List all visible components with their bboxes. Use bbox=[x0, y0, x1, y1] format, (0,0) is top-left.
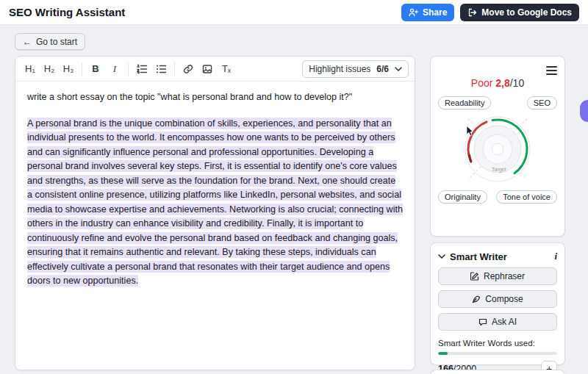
page-title: SEO Writing Assistant bbox=[9, 6, 125, 18]
target-label: Target bbox=[492, 167, 506, 173]
score-rating-label: Poor bbox=[471, 77, 493, 89]
move-to-google-docs-label: Move to Google Docs bbox=[481, 7, 572, 18]
compose-label: Compose bbox=[485, 294, 523, 304]
overall-score: Poor 2,8/10 bbox=[438, 77, 557, 89]
clear-formatting-button[interactable]: Tₓ bbox=[218, 60, 235, 78]
heading2-button[interactable]: H₂ bbox=[40, 60, 58, 78]
highlighted-essay-text: A personal brand is the unique combinati… bbox=[27, 118, 403, 287]
score-value: 2,8 bbox=[495, 77, 509, 89]
highlight-issues-label: Highlight issues bbox=[309, 64, 370, 74]
smart-writer-title: Smart Writer bbox=[450, 251, 507, 262]
highlight-issues-dropdown[interactable]: Highlight issues 6/6 bbox=[302, 60, 409, 78]
compose-button[interactable]: Compose bbox=[438, 290, 557, 308]
ask-ai-button[interactable]: Ask AI bbox=[438, 313, 557, 331]
export-arrow-icon bbox=[467, 8, 477, 17]
go-to-start-button[interactable]: ← Go to start bbox=[15, 33, 85, 50]
words-used-progress-fill bbox=[438, 352, 448, 355]
chat-bubble-icon bbox=[478, 317, 487, 326]
essay-paragraph: A personal brand is the unique combinati… bbox=[27, 117, 403, 289]
highlight-issues-count: 6/6 bbox=[376, 64, 389, 74]
share-button[interactable]: Share bbox=[401, 4, 454, 21]
sidebar-collapse-handle[interactable] bbox=[580, 100, 588, 122]
ordered-list-icon bbox=[137, 64, 148, 74]
compose-pen-icon bbox=[472, 295, 481, 303]
share-button-label: Share bbox=[423, 7, 447, 18]
toolbar-separator bbox=[128, 62, 129, 76]
mouse-cursor-icon bbox=[466, 126, 475, 140]
go-to-start-label: Go to start bbox=[36, 37, 77, 47]
link-icon bbox=[183, 64, 193, 74]
ordered-list-button[interactable] bbox=[133, 60, 151, 78]
editor-toolbar: H₁ H₂ H₃ B I bbox=[15, 57, 415, 82]
bullet-list-button[interactable] bbox=[152, 60, 170, 78]
app-header: SEO Writing Assistant Share Move to Goog… bbox=[0, 0, 588, 25]
hamburger-menu-icon[interactable] bbox=[546, 64, 557, 77]
toolbar-separator bbox=[82, 62, 82, 76]
score-radar-chart: Target bbox=[438, 107, 557, 193]
smart-writer-header[interactable]: Smart Writer i bbox=[438, 251, 557, 262]
words-used-progress-bar bbox=[438, 352, 557, 355]
bold-button[interactable]: B bbox=[87, 60, 104, 78]
move-to-google-docs-button[interactable]: Move to Google Docs bbox=[460, 4, 579, 21]
editor-text-area[interactable]: write a short essay on the topic "what i… bbox=[15, 82, 415, 298]
image-button[interactable] bbox=[198, 60, 216, 78]
chevron-down-icon bbox=[395, 67, 402, 71]
score-max: /10 bbox=[510, 77, 524, 89]
chevron-down-icon bbox=[438, 254, 445, 259]
info-icon[interactable]: i bbox=[554, 251, 557, 262]
editor-prompt-paragraph: write a short essay on the topic "what i… bbox=[27, 90, 403, 105]
bullet-list-icon bbox=[156, 64, 167, 74]
words-used-label: Smart Writer Words used: bbox=[438, 339, 557, 348]
heading1-button[interactable]: H₁ bbox=[21, 60, 39, 78]
heading3-button[interactable]: H₃ bbox=[60, 60, 77, 78]
back-arrow-icon: ← bbox=[23, 37, 32, 47]
share-user-plus-icon bbox=[409, 8, 418, 17]
rephraser-button[interactable]: Rephraser bbox=[438, 267, 557, 285]
next-panel-sliver bbox=[430, 370, 565, 374]
ask-ai-label: Ask AI bbox=[492, 317, 517, 327]
editor-panel: H₁ H₂ H₃ B I bbox=[15, 56, 415, 370]
smart-writer-panel: Smart Writer i Rephraser Compose Ask AI … bbox=[430, 242, 565, 365]
toolbar-separator bbox=[174, 62, 175, 76]
rephraser-label: Rephraser bbox=[484, 271, 525, 281]
header-actions: Share Move to Google Docs bbox=[401, 4, 579, 21]
italic-button[interactable]: I bbox=[106, 60, 123, 78]
link-button[interactable] bbox=[179, 60, 197, 78]
image-icon bbox=[202, 64, 212, 74]
rephraser-pencil-icon bbox=[470, 272, 479, 281]
score-panel: Poor 2,8/10 Readability SEO Target Origi… bbox=[430, 56, 565, 237]
